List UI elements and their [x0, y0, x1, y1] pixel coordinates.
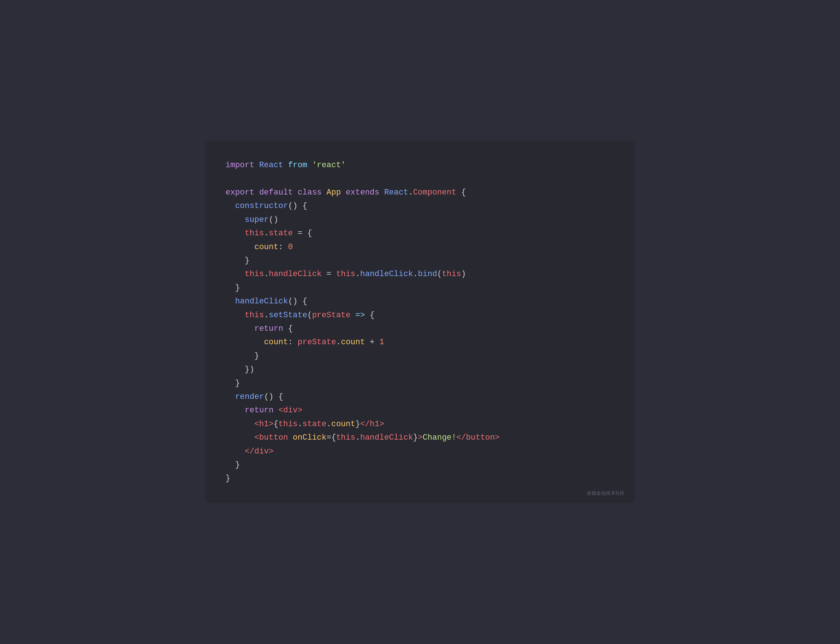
code-container: import React from 'react' export default…: [205, 141, 635, 503]
code-block: import React from 'react' export default…: [225, 158, 615, 485]
watermark: @掘金虫技术社区: [587, 490, 625, 496]
